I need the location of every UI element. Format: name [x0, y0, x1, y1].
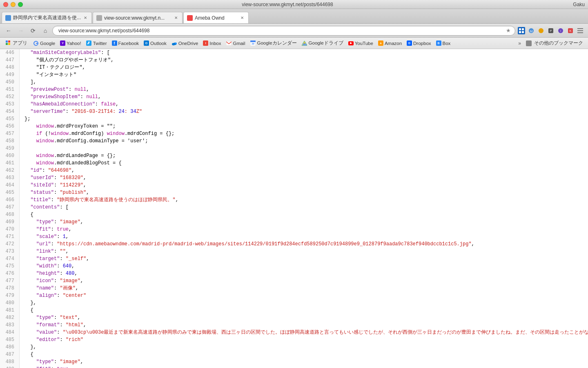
svg-rect-19 [8, 43, 10, 45]
source-line: 451 "previewPost": null, [0, 86, 588, 93]
line-content: "target": "_self", [20, 255, 588, 263]
line-content: "value": "\u003cp\u003e最近まで新東名高速道路が静岡県のみ… [20, 329, 588, 336]
svg-rect-26 [226, 41, 232, 45]
tab-1-close[interactable]: ✕ [82, 15, 88, 21]
tab-2-close[interactable]: ✕ [173, 15, 179, 21]
chrome-extension-1[interactable]: M [527, 26, 536, 35]
source-line: 485 "editor": "rich" [0, 336, 588, 343]
chrome-extension-5[interactable]: K [566, 26, 575, 35]
forward-button[interactable]: → [16, 25, 26, 36]
source-line: 461 window.mdrdLandedBlogPost = { [0, 159, 588, 167]
bookmark-youtube[interactable]: YouTube [346, 40, 376, 47]
svg-marker-33 [350, 42, 352, 44]
line-content: "title": "静岡県内で東名高速道路を使うのはほぼ静岡県民。", [20, 196, 588, 204]
inbox-favicon: I [203, 40, 208, 46]
home-button[interactable]: ⌂ [40, 25, 51, 36]
bookmark-star-icon[interactable]: ★ [506, 27, 511, 34]
line-content: "userId": "168320", [20, 174, 588, 182]
line-content: "status": "publish", [20, 189, 588, 196]
line-number: 479 [0, 292, 20, 299]
line-content: }, [20, 299, 588, 307]
tab-1[interactable]: 静岡県内で東名高速道路を使... ✕ [2, 12, 92, 23]
bookmarks-bar: アプリ Google Y Yahoo! Twitter f Facebook O… [0, 38, 588, 49]
source-line: 466 "title": "静岡県内で東名高速道路を使うのはほぼ静岡県民。", [0, 196, 588, 204]
line-content: "align": "center" [20, 292, 588, 299]
extensions-icon[interactable] [518, 27, 525, 34]
svg-point-6 [539, 28, 543, 33]
tab-3-close[interactable]: ✕ [239, 15, 245, 21]
window-controls[interactable] [3, 2, 23, 7]
source-line: 465 "status": "publish", [0, 189, 588, 196]
bookmark-outlook[interactable]: O Outlook [141, 40, 169, 47]
tab-2[interactable]: view-source:www.gkmyt.n... ✕ [93, 12, 183, 23]
bookmark-gmail[interactable]: Gmail [223, 40, 247, 47]
bookmark-box[interactable]: B Box [434, 40, 453, 47]
line-number: 474 [0, 255, 20, 263]
line-number: 487 [0, 351, 20, 358]
outlook-favicon: O [144, 40, 149, 46]
svg-text:P: P [550, 29, 552, 32]
source-line: 477 "icon": "image", [0, 277, 588, 285]
svg-rect-18 [6, 43, 8, 45]
source-line: 487 { [0, 351, 588, 358]
line-number: 470 [0, 226, 20, 233]
bookmark-twitter[interactable]: Twitter [84, 40, 109, 47]
source-view[interactable]: 446 "mainSiteCategoryLabels": [447 "個人のブ… [0, 49, 588, 368]
back-button[interactable]: ← [3, 25, 14, 36]
line-number: 466 [0, 196, 20, 204]
line-number: 452 [0, 93, 20, 101]
source-line: 449 "インターネット" [0, 71, 588, 79]
tab-1-favicon [5, 15, 11, 21]
address-bar[interactable]: view-source:www.gkmyt.net/posts/644698 ★ [52, 26, 515, 36]
source-line: 452 "previewShopItem": null, [0, 93, 588, 101]
bookmark-facebook[interactable]: f Facebook [109, 40, 142, 47]
user-name: Gaku [552, 2, 585, 7]
line-content: "siteId": "114229", [20, 182, 588, 189]
chrome-extension-3[interactable]: P [546, 26, 555, 35]
bookmark-amazon[interactable]: a Amazon [376, 40, 404, 47]
reload-button[interactable]: ⟳ [28, 25, 38, 36]
chrome-extension-4[interactable]: i [556, 26, 565, 35]
google-drive-favicon [302, 40, 307, 46]
source-line: 468 { [0, 211, 588, 218]
bookmarks-other[interactable]: その他のブックマーク [523, 39, 586, 47]
bookmark-dropbox[interactable]: D Dropbox [404, 40, 433, 47]
line-content: { [20, 307, 588, 314]
line-content: "hasAmebaldConnection": false, [20, 101, 588, 108]
minimize-button[interactable] [11, 2, 16, 7]
bookmark-google-drive[interactable]: Googleドライブ [299, 39, 346, 47]
line-content: "height": 480, [20, 270, 588, 277]
bookmark-yahoo[interactable]: Y Yahoo! [58, 40, 84, 47]
new-tab-button[interactable] [249, 12, 262, 23]
address-text: view-source:www.gkmyt.net/posts/644698 [58, 28, 504, 34]
source-line: 474 "target": "_self", [0, 255, 588, 263]
bookmark-google[interactable]: Google [31, 40, 58, 47]
svg-rect-3 [522, 31, 524, 33]
bookmark-google-cal[interactable]: 29 Googleカレンダー [247, 39, 299, 47]
line-number: 456 [0, 123, 20, 130]
google-cal-favicon: 29 [250, 40, 256, 46]
close-button[interactable] [3, 2, 8, 7]
bookmark-inbox[interactable]: I Inbox [200, 40, 223, 47]
box-favicon: B [436, 40, 441, 46]
line-number: 469 [0, 218, 20, 226]
line-number: 449 [0, 71, 20, 79]
maximize-button[interactable] [18, 2, 23, 7]
line-number: 450 [0, 79, 20, 86]
chrome-menu-icon[interactable] [576, 26, 585, 35]
chrome-extension-2[interactable] [537, 26, 546, 35]
source-line: 464 "siteId": "114229", [0, 182, 588, 189]
line-content: "serverTime": "2016-03-21T14: 24: 34Z" [20, 108, 588, 115]
line-number: 457 [0, 130, 20, 137]
line-number: 451 [0, 86, 20, 93]
bookmark-apps[interactable]: アプリ [2, 39, 31, 47]
bookmark-onedrive[interactable]: OneDrive [169, 40, 201, 47]
source-line: 453 "hasAmebaldConnection": false, [0, 101, 588, 108]
line-content: "type": "text", [20, 314, 588, 321]
source-line: 446 "mainSiteCategoryLabels": [ [0, 49, 588, 56]
tab-bar: 静岡県内で東名高速道路を使... ✕ view-source:www.gkmyt… [0, 9, 588, 24]
tab-3[interactable]: Ameba Ownd ✕ [183, 12, 249, 23]
source-line: 480 }, [0, 299, 588, 307]
bookmarks-overflow-button[interactable]: » [516, 40, 523, 47]
svg-point-25 [175, 43, 177, 44]
